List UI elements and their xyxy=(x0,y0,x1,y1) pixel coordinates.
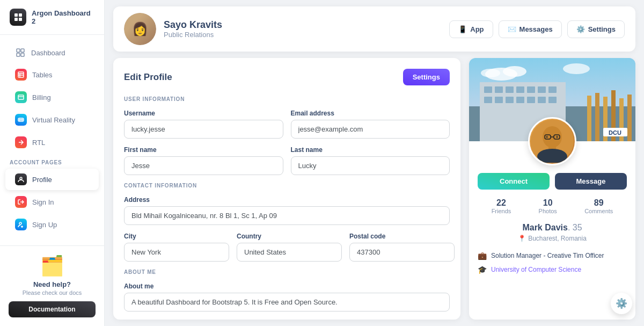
user-info-label: USER INFORMATION xyxy=(124,96,450,102)
svg-point-56 xyxy=(546,136,548,138)
brand-icon xyxy=(10,9,26,26)
profile-card: DCU xyxy=(469,58,635,320)
messages-label: Messages xyxy=(519,25,553,33)
city-group: City xyxy=(124,233,229,262)
country-input[interactable] xyxy=(237,243,342,262)
help-title: Need help? xyxy=(9,280,96,288)
svg-rect-32 xyxy=(538,86,546,93)
content-area: Edit Profile Settings USER INFORMATION U… xyxy=(105,52,644,326)
sidebar-item-dashboard[interactable]: Dashboard xyxy=(5,42,99,63)
contact-info-label: CONTACT INFORMATION xyxy=(124,183,450,189)
sidebar-billing-label: Billing xyxy=(32,93,51,102)
billing-icon xyxy=(15,91,27,103)
comments-label: Comments xyxy=(584,208,613,214)
connect-button[interactable]: Connect xyxy=(478,173,550,190)
sidebar-profile-label: Profile xyxy=(32,176,52,184)
edit-profile-header: Edit Profile Settings xyxy=(124,69,450,85)
email-input[interactable] xyxy=(291,120,450,139)
app-icon: 📱 xyxy=(458,25,467,33)
job-info-item: 💼 Solution Manager - Creative Tim Office… xyxy=(478,249,627,263)
sidebar-item-rtl[interactable]: RTL xyxy=(5,132,99,153)
documentation-button[interactable]: Documentation xyxy=(9,301,96,317)
svg-point-17 xyxy=(20,177,22,179)
sidebar-item-vr[interactable]: Virtual Reality xyxy=(5,109,99,131)
sidebar-brand: Argon Dashboard 2 xyxy=(0,0,104,35)
svg-rect-30 xyxy=(516,86,524,93)
card-age: . 35 xyxy=(568,223,582,232)
gear-fab-button[interactable]: ⚙️ xyxy=(611,293,632,314)
settings-header-button[interactable]: ⚙️ Settings xyxy=(567,20,625,38)
sidebar-dashboard-label: Dashboard xyxy=(31,49,65,57)
edit-settings-button[interactable]: Settings xyxy=(403,69,450,85)
profile-header-info: Sayo Kravits Public Relations xyxy=(164,19,449,39)
gear-fab-icon: ⚙️ xyxy=(616,298,627,309)
about-input[interactable] xyxy=(124,293,450,311)
sidebar: Argon Dashboard 2 Dashboard Tables Billi… xyxy=(0,0,105,326)
lastname-input[interactable] xyxy=(291,156,450,175)
app-button[interactable]: 📱 App xyxy=(449,20,493,38)
email-group: Email address xyxy=(291,110,450,139)
svg-rect-12 xyxy=(18,95,24,99)
svg-rect-34 xyxy=(484,97,492,103)
sidebar-item-billing[interactable]: Billing xyxy=(5,86,99,108)
photos-label: Photos xyxy=(539,208,557,214)
help-subtitle: Please check our docs xyxy=(9,289,96,296)
comments-stat: 89 Comments xyxy=(584,198,613,214)
message-button[interactable]: Message xyxy=(555,173,627,190)
svg-rect-0 xyxy=(14,13,18,17)
address-label: Address xyxy=(124,196,450,204)
firstname-input[interactable] xyxy=(124,156,283,175)
edit-profile-title: Edit Profile xyxy=(124,72,172,83)
card-name-text: Mark Davis xyxy=(522,223,568,232)
job-icon: 💼 xyxy=(478,251,487,260)
sidebar-item-signup[interactable]: Sign Up xyxy=(5,214,99,235)
svg-point-15 xyxy=(19,119,20,120)
rtl-icon xyxy=(15,136,27,148)
sidebar-signup-label: Sign Up xyxy=(32,221,57,229)
svg-point-57 xyxy=(556,136,558,138)
svg-rect-31 xyxy=(527,86,535,93)
edu-link[interactable]: University of Computer Science xyxy=(491,266,581,273)
svg-rect-33 xyxy=(548,86,557,93)
messages-button[interactable]: ✉️ Messages xyxy=(499,20,562,38)
location-pin-icon: 📍 xyxy=(518,235,526,242)
country-label: Country xyxy=(237,233,342,240)
address-row: Address xyxy=(124,196,450,225)
messages-icon: ✉️ xyxy=(508,25,516,33)
svg-rect-5 xyxy=(21,49,24,52)
edit-profile-panel: Edit Profile Settings USER INFORMATION U… xyxy=(113,58,460,320)
settings-icon: ⚙️ xyxy=(576,25,585,33)
username-email-row: Username Email address xyxy=(124,110,450,139)
sidebar-item-tables[interactable]: Tables xyxy=(5,64,99,85)
lastname-group: Last name xyxy=(291,146,450,175)
username-label: Username xyxy=(124,110,283,117)
address-input[interactable] xyxy=(124,206,450,225)
svg-rect-37 xyxy=(516,97,524,103)
postal-input[interactable] xyxy=(349,243,455,262)
about-label: About me xyxy=(124,282,450,290)
sidebar-item-signin[interactable]: Sign In xyxy=(5,191,99,213)
svg-rect-28 xyxy=(495,86,503,93)
job-text: Solution Manager - Creative Tim Officer xyxy=(491,252,604,259)
card-avatar xyxy=(528,117,576,165)
photos-stat: 10 Photos xyxy=(539,198,557,214)
brand-name: Argon Dashboard 2 xyxy=(32,9,94,25)
svg-point-16 xyxy=(21,119,23,120)
sidebar-item-profile[interactable]: Profile xyxy=(5,169,99,190)
firstname-label: First name xyxy=(124,146,283,154)
svg-point-22 xyxy=(503,66,526,77)
card-name: Mark Davis. 35 xyxy=(469,221,635,234)
sidebar-signin-label: Sign In xyxy=(32,198,54,206)
svg-rect-29 xyxy=(506,86,514,93)
sidebar-rtl-label: RTL xyxy=(32,139,45,147)
signin-icon xyxy=(15,196,27,208)
friends-stat: 22 Friends xyxy=(492,198,511,214)
postal-label: Postal code xyxy=(349,233,455,240)
username-input[interactable] xyxy=(124,120,283,139)
svg-rect-38 xyxy=(527,97,535,103)
vr-icon xyxy=(15,114,27,126)
country-group: Country xyxy=(237,233,342,262)
city-input[interactable] xyxy=(124,243,229,262)
profile-card-actions: Connect Message xyxy=(469,165,635,192)
svg-rect-27 xyxy=(484,86,492,93)
